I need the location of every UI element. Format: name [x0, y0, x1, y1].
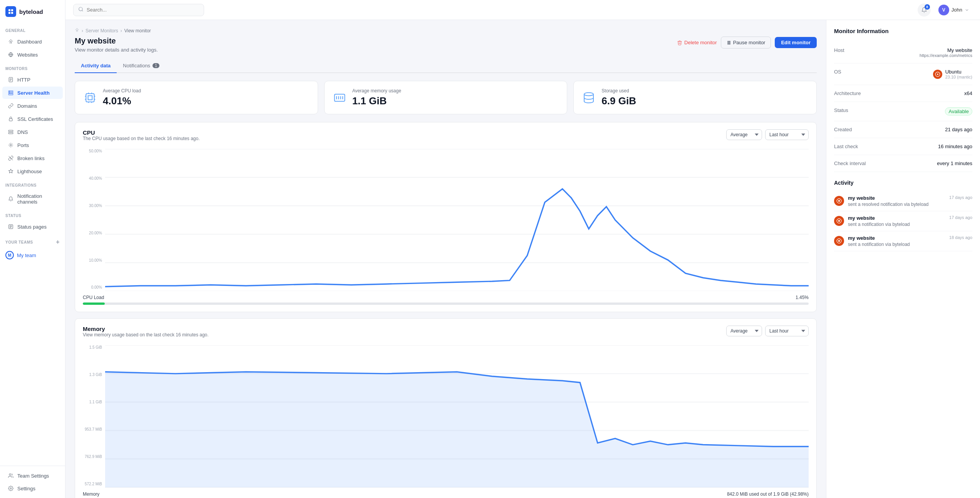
cpu-chart-plot: [105, 149, 809, 291]
stat-card-memory: Average memory usage 1.1 GiB: [324, 81, 568, 114]
main-content: › Server Monitors › View monitor My webs…: [65, 20, 826, 498]
topbar-right: 8 V John: [918, 3, 972, 17]
stat-card-cpu: Average CPU load 4.01%: [75, 81, 318, 114]
cpu-chart-title: CPU: [83, 129, 200, 136]
user-avatar: V: [938, 5, 949, 15]
svg-rect-1: [11, 9, 13, 11]
activity-title: Activity: [834, 180, 972, 186]
os-label: OS: [834, 69, 841, 75]
sidebar-item-dns[interactable]: DNS: [2, 126, 63, 138]
status-label: Status: [834, 107, 848, 113]
memory-chart-title: Memory: [83, 326, 209, 332]
svg-point-43: [838, 220, 840, 222]
monitors-section-label: Monitors: [0, 61, 65, 73]
activity-icon-1: [834, 216, 844, 226]
sidebar-item-dashboard[interactable]: Dashboard: [2, 35, 63, 48]
sidebar-item-lighthouse[interactable]: Lighthouse: [2, 165, 63, 177]
general-section-label: General: [0, 23, 65, 35]
cpu-progress-fill: [83, 302, 105, 305]
svg-rect-0: [8, 9, 10, 11]
cpu-footer-value: 1.45%: [796, 295, 809, 300]
status-section-label: Status: [0, 208, 65, 220]
sidebar-item-status-pages[interactable]: Status pages: [2, 221, 63, 233]
sidebar-item-ssl[interactable]: SSL Certificates: [2, 113, 63, 125]
memory-chart-subtitle: View memory usage based on the last chec…: [83, 332, 209, 338]
team-avatar: M: [5, 251, 14, 259]
cpu-progress-bg: [83, 302, 809, 305]
notification-button[interactable]: 8: [918, 3, 931, 17]
svg-point-45: [838, 240, 840, 242]
cpu-chart-footer: CPU Load 1.45%: [83, 295, 809, 300]
memory-stat-value: 1.1 GiB: [352, 95, 401, 107]
cpu-chart-card: CPU The CPU usage based on the last chec…: [75, 122, 817, 312]
last-check-value: 16 minutes ago: [938, 144, 972, 149]
activity-icon-0: [834, 196, 844, 206]
cpu-footer-label: CPU Load: [83, 295, 104, 300]
right-panel: Monitor Information Host My website http…: [826, 20, 980, 498]
user-name: John: [952, 7, 962, 13]
svg-rect-12: [8, 130, 13, 132]
content-area: › Server Monitors › View monitor My webs…: [65, 20, 980, 498]
tab-notifications[interactable]: Notifications 1: [117, 59, 165, 73]
sidebar-item-http[interactable]: HTTP: [2, 74, 63, 86]
breadcrumb-current: View monitor: [124, 28, 151, 33]
activity-item-2: my website sent a notification via bytel…: [834, 231, 972, 251]
status-badge: Available: [945, 107, 972, 115]
lighthouse-icon: [8, 168, 14, 174]
user-menu-button[interactable]: V John: [935, 3, 972, 17]
info-row-host: Host My website https://example.com/metr…: [834, 42, 972, 64]
memory-chart-wrapper: 1.5 GiB 1.3 GiB 1.1 GiB 953.7 MiB 762.9 …: [83, 345, 809, 487]
notif-badge: 8: [925, 4, 930, 10]
page-title-area: My website View monitor details and acti…: [75, 37, 158, 53]
pause-monitor-button[interactable]: Pause monitor: [721, 37, 771, 48]
arch-label: Architecture: [834, 90, 861, 96]
logo[interactable]: byteload: [0, 0, 65, 23]
svg-point-25: [584, 92, 593, 95]
svg-rect-23: [88, 95, 92, 100]
breadcrumb-server-monitors[interactable]: Server Monitors: [85, 28, 118, 33]
tab-activity[interactable]: Activity data: [75, 59, 117, 73]
sidebar-item-domains[interactable]: Domains: [2, 100, 63, 112]
sidebar-item-team-settings[interactable]: Team Settings: [2, 470, 63, 482]
sidebar-item-server-health[interactable]: Server Health: [2, 87, 63, 99]
bell-icon: [8, 196, 14, 202]
breadcrumb-home-icon[interactable]: [75, 28, 79, 33]
add-team-icon[interactable]: +: [56, 239, 60, 246]
memory-y-axis: 1.5 GiB 1.3 GiB 1.1 GiB 953.7 MiB 762.9 …: [83, 345, 102, 487]
sidebar-item-websites[interactable]: Websites: [2, 48, 63, 61]
memory-chart-footer: Memory 842.0 MiB used out of 1.9 GiB (42…: [83, 491, 809, 497]
activity-item-0: my website sent a resolved notification …: [834, 191, 972, 211]
teams-section-label: Your teams +: [0, 233, 65, 248]
svg-rect-2: [8, 12, 10, 14]
created-value: 21 days ago: [945, 127, 972, 132]
info-row-created: Created 21 days ago: [834, 121, 972, 138]
svg-point-41: [838, 200, 840, 202]
svg-point-18: [10, 488, 12, 489]
page-icon: [8, 224, 14, 230]
sidebar-item-notifications[interactable]: Notification channels: [2, 190, 63, 208]
cpu-stat-label: Average CPU load: [103, 88, 141, 94]
svg-point-39: [937, 74, 938, 75]
delete-monitor-button[interactable]: Delete monitor: [677, 40, 717, 45]
search-box[interactable]: [73, 4, 204, 16]
storage-stat-icon: [581, 90, 596, 105]
team-item[interactable]: M My team: [0, 248, 65, 262]
sidebar-item-ports[interactable]: Ports: [2, 139, 63, 151]
memory-filter-time[interactable]: Last hour Last 24 hours Last 7 days: [765, 326, 809, 336]
cpu-filter-time[interactable]: Last hour Last 24 hours Last 7 days: [765, 129, 809, 140]
memory-filter-type[interactable]: Average Maximum Minimum: [726, 326, 762, 336]
page-subtitle: View monitor details and activity logs.: [75, 47, 158, 53]
svg-rect-22: [86, 94, 94, 102]
memory-footer-value: 842.0 MiB used out of 1.9 GiB (42.98%): [727, 491, 809, 497]
file-icon: [8, 77, 14, 83]
os-value: Ubuntu 23.10 (mantic): [933, 69, 972, 79]
cpu-stat-value: 4.01%: [103, 95, 141, 107]
edit-monitor-button[interactable]: Edit monitor: [775, 37, 817, 48]
interval-label: Check interval: [834, 160, 866, 166]
globe-icon: [8, 52, 14, 58]
sidebar-item-settings[interactable]: Settings: [2, 482, 63, 495]
gear-icon: [8, 485, 14, 491]
cpu-filter-type[interactable]: Average Maximum Minimum: [726, 129, 762, 140]
search-input[interactable]: [87, 7, 199, 13]
sidebar-item-broken-links[interactable]: Broken links: [2, 152, 63, 164]
